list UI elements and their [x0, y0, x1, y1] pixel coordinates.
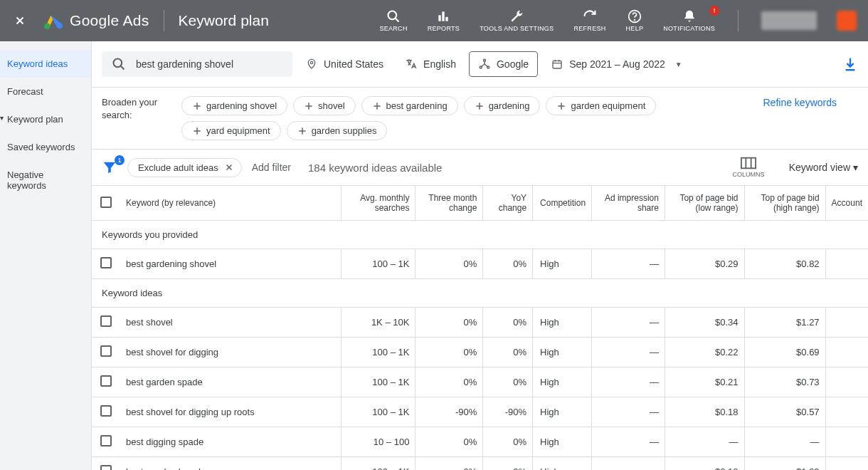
svg-rect-13 — [741, 158, 756, 169]
columns-button[interactable]: COLUMNS — [733, 157, 765, 178]
app-header: Google Ads Keyword plan SEARCH REPORTS T… — [0, 0, 868, 41]
tool-refresh[interactable]: REFRESH — [573, 9, 605, 33]
tool-notifications[interactable]: ! NOTIFICATIONS — [663, 9, 715, 33]
svg-point-1 — [388, 11, 397, 20]
header-divider — [164, 10, 164, 31]
table-toolbar: 1 Exclude adult ideas Add filter 184 key… — [92, 150, 868, 185]
tool-settings[interactable]: TOOLS AND SETTINGS — [480, 9, 554, 33]
row-checkbox[interactable] — [100, 375, 112, 387]
cell-three-month: 0% — [416, 249, 483, 279]
sidebar-item-forecast[interactable]: Forecast — [0, 78, 91, 105]
header-bid-high[interactable]: Top of page bid (high range) — [744, 186, 825, 221]
cell-bid-low: $0.34 — [665, 308, 744, 338]
cell-bid-low: $0.29 — [665, 249, 744, 279]
cell-keyword: best shovel for digging up roots — [120, 397, 341, 427]
broaden-chip[interactable]: yard equipment — [181, 121, 281, 140]
broaden-chip[interactable]: gardening shovel — [181, 96, 287, 115]
filter-funnel-button[interactable]: 1 — [102, 160, 117, 175]
refresh-icon — [582, 9, 598, 24]
bell-icon — [682, 9, 697, 24]
broaden-chip[interactable]: garden equipment — [546, 96, 656, 115]
header-ad-share[interactable]: Ad impression share — [592, 186, 665, 221]
broaden-chip[interactable]: gardening — [464, 96, 541, 115]
cell-bid-high: $0.82 — [744, 249, 825, 279]
header-competition[interactable]: Competition — [533, 186, 592, 221]
header-keyword[interactable]: Keyword (by relevance) — [120, 186, 341, 221]
row-checkbox[interactable] — [100, 315, 112, 327]
product-name: Google Ads — [70, 12, 149, 29]
cell-account — [825, 367, 868, 397]
row-checkbox[interactable] — [100, 345, 112, 357]
cell-searches: 100 – 1K — [341, 367, 416, 397]
header-bid-low[interactable]: Top of page bid (low range) — [665, 186, 744, 221]
header-searches[interactable]: Avg. monthly searches — [341, 186, 416, 221]
broaden-bar: Broaden your search: gardening shovelsho… — [92, 88, 868, 150]
table-header-row: Keyword (by relevance) Avg. monthly sear… — [92, 186, 868, 221]
table-row[interactable]: best shovel for digging up roots100 – 1K… — [92, 397, 868, 427]
avatar[interactable] — [837, 11, 857, 31]
cell-competition: High — [533, 308, 592, 338]
network-icon — [478, 58, 491, 70]
broaden-chip[interactable]: best gardening — [361, 96, 458, 115]
view-dropdown[interactable]: Keyword view ▾ — [789, 162, 858, 173]
download-button[interactable] — [842, 56, 858, 72]
table-section-row: Keyword ideas — [92, 279, 868, 308]
header-account[interactable]: Account — [825, 186, 868, 221]
calendar-icon — [551, 58, 563, 70]
table-row[interactable]: best garden spade100 – 1K0%0%High—$0.21$… — [92, 367, 868, 397]
cell-searches: 100 – 1K — [341, 397, 416, 427]
table-wrapper[interactable]: Keyword (by relevance) Avg. monthly sear… — [92, 185, 868, 470]
cell-competition: High — [533, 397, 592, 427]
tool-reports[interactable]: REPORTS — [428, 9, 460, 33]
table-row[interactable]: best gardening shovel100 – 1K0%0%High—$0… — [92, 249, 868, 279]
row-checkbox[interactable] — [100, 257, 112, 268]
cell-ad-share: — — [592, 367, 665, 397]
table-row[interactable]: best digging spade10 – 1000%0%High——— — [92, 427, 868, 457]
sidebar-item-keyword-plan[interactable]: Keyword plan — [0, 105, 91, 133]
close-icon[interactable] — [224, 162, 234, 172]
table-row[interactable]: best spade shovel100 – 1K0%0%High—$0.18$… — [92, 457, 868, 471]
row-checkbox[interactable] — [100, 435, 112, 446]
select-all-checkbox[interactable] — [100, 197, 112, 208]
row-checkbox[interactable] — [100, 405, 112, 417]
broaden-chip[interactable]: garden supplies — [287, 121, 388, 140]
filter-bar: United States English Google Sep 2021 – … — [92, 41, 868, 88]
header-yoy[interactable]: YoY change — [483, 186, 533, 221]
cell-keyword: best digging spade — [120, 427, 341, 457]
broaden-label: Broaden your search: — [102, 96, 173, 122]
cell-three-month: 0% — [416, 338, 483, 367]
refine-keywords-link[interactable]: Refine keywords — [763, 96, 859, 110]
cell-keyword: best shovel for digging — [120, 338, 341, 367]
ideas-available-text: 184 keyword ideas available — [308, 162, 442, 174]
tool-search[interactable]: SEARCH — [379, 9, 407, 33]
keyword-search-input[interactable] — [136, 58, 282, 70]
cell-three-month: 0% — [416, 457, 483, 471]
cell-three-month: 0% — [416, 308, 483, 338]
cell-yoy: 0% — [483, 457, 533, 471]
sidebar-item-keyword-ideas[interactable]: Keyword ideas — [0, 50, 91, 78]
tool-help[interactable]: HELP — [626, 9, 644, 33]
table-row[interactable]: best shovel for digging100 – 1K0%0%High—… — [92, 338, 868, 367]
language-filter[interactable]: English — [396, 52, 465, 76]
table-row[interactable]: best shovel1K – 10K0%0%High—$0.34$1.27 — [92, 308, 868, 338]
cell-ad-share: — — [592, 249, 665, 279]
header-three-month[interactable]: Three month change — [416, 186, 483, 221]
location-filter[interactable]: United States — [297, 52, 392, 76]
cell-ad-share: — — [592, 338, 665, 367]
chevron-down-icon: ▼ — [675, 61, 682, 68]
date-range-filter[interactable]: Sep 2021 – Aug 2022 ▼ — [542, 52, 691, 76]
exclude-adult-chip[interactable]: Exclude adult ideas — [127, 158, 242, 177]
close-button[interactable] — [11, 12, 28, 29]
svg-point-8 — [310, 61, 312, 63]
sidebar-item-negative-keywords[interactable]: Negative keywords — [0, 161, 91, 199]
keyword-search-box[interactable] — [102, 51, 292, 77]
cell-account — [825, 457, 868, 471]
network-filter[interactable]: Google — [469, 51, 538, 77]
account-info[interactable] — [761, 11, 817, 30]
row-checkbox[interactable] — [100, 465, 112, 470]
add-filter-button[interactable]: Add filter — [252, 162, 291, 173]
chevron-down-icon: ▾ — [853, 162, 858, 173]
wrench-icon — [509, 9, 524, 24]
broaden-chip[interactable]: shovel — [293, 96, 356, 115]
sidebar-item-saved-keywords[interactable]: Saved keywords — [0, 133, 91, 161]
